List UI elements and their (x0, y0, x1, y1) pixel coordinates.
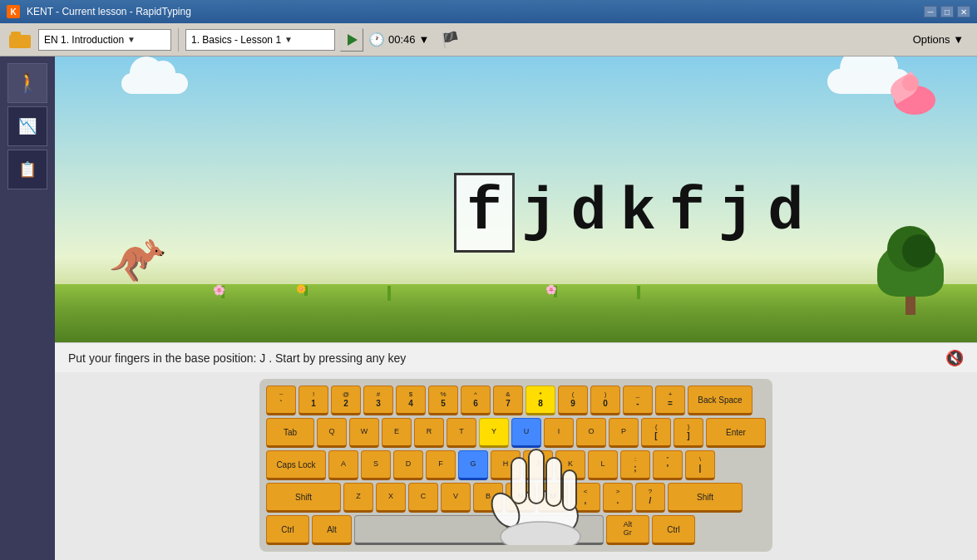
key-p[interactable]: P (609, 418, 639, 448)
titlebar-left: K KENT - Current lesson - RapidTyping (7, 5, 191, 18)
sidebar-copy-btn[interactable]: 📋 (7, 150, 47, 189)
key-b[interactable]: B (473, 483, 503, 513)
key-space[interactable] (354, 515, 604, 545)
key-e[interactable]: E (382, 418, 412, 448)
char-5: f (663, 179, 712, 247)
key-w[interactable]: W (349, 418, 379, 448)
keyboard-container: ~` !1 @2 #3 $4 %5 ^6 &7 *8 (9 )0 _- += B… (259, 379, 772, 552)
key-1[interactable]: !1 (299, 386, 328, 415)
current-char: f (454, 173, 515, 253)
key-row-asdf: Caps Lock A S D F G H J K L :; "' \| (266, 450, 766, 480)
sidebar-stats-btn[interactable]: 📉 (7, 106, 47, 146)
key-y[interactable]: Y (479, 418, 509, 448)
minimize-button[interactable]: ─ (924, 6, 937, 17)
timer-dropdown-arrow[interactable]: ▼ (419, 33, 430, 46)
key-j[interactable]: J (523, 450, 553, 480)
key-period[interactable]: >. (603, 483, 633, 513)
timer-area: 🕐 00:46 ▼ (368, 32, 429, 47)
key-6[interactable]: ^6 (461, 386, 491, 415)
close-button[interactable]: ✕ (957, 6, 970, 17)
key-lbracket[interactable]: {[ (641, 418, 671, 448)
folder-icon (7, 28, 33, 52)
key-9[interactable]: (9 (558, 386, 588, 415)
lesson-area: f j d k f j d 🌸 🌼 🌸 (55, 56, 977, 560)
lesson-dropdown-arrow: ▼ (127, 35, 136, 44)
key-equals[interactable]: += (655, 386, 685, 415)
key-altgr[interactable]: AltGr (606, 515, 649, 545)
options-arrow: ▼ (953, 33, 964, 46)
key-5[interactable]: %5 (428, 386, 458, 415)
key-3[interactable]: #3 (363, 386, 393, 415)
key-n[interactable]: N (506, 483, 535, 513)
key-backspace[interactable]: Back Space (688, 386, 752, 415)
options-button[interactable]: Options ▼ (906, 32, 970, 47)
key-quote[interactable]: "' (653, 450, 683, 480)
key-ctrl-right[interactable]: Ctrl (652, 515, 695, 545)
ground: 🌸 🌼 🌸 (55, 284, 977, 342)
sidebar-walking-btn[interactable]: 🚶 (7, 63, 47, 103)
key-capslock[interactable]: Caps Lock (266, 450, 326, 480)
toolbar-separator-1 (178, 28, 179, 52)
key-rbracket[interactable]: }] (674, 418, 703, 448)
key-f[interactable]: F (426, 450, 456, 480)
timer-value: 00:46 (388, 33, 416, 46)
key-a[interactable]: A (328, 450, 358, 480)
titlebar-controls[interactable]: ─ □ ✕ (924, 6, 970, 17)
key-z[interactable]: Z (343, 483, 373, 513)
key-7[interactable]: &7 (493, 386, 523, 415)
key-o[interactable]: O (576, 418, 606, 448)
key-slash[interactable]: ?/ (635, 483, 665, 513)
play-button[interactable] (340, 28, 363, 52)
key-tilde[interactable]: ~` (266, 386, 296, 415)
key-m[interactable]: M (538, 483, 568, 513)
window-title: KENT - Current lesson - RapidTyping (27, 6, 191, 17)
key-t[interactable]: T (447, 418, 476, 448)
key-q[interactable]: Q (317, 418, 347, 448)
key-minus[interactable]: _- (623, 386, 653, 415)
key-2[interactable]: @2 (331, 386, 361, 415)
key-h[interactable]: H (491, 450, 521, 480)
lesson-number-dropdown[interactable]: 1. Basics - Lesson 1 ▼ (185, 29, 335, 51)
key-s[interactable]: S (361, 450, 391, 480)
app-icon: K (7, 5, 20, 18)
lesson-dropdown[interactable]: EN 1. Introduction ▼ (38, 29, 171, 51)
lesson-number-label: 1. Basics - Lesson 1 (191, 34, 281, 46)
key-shift-left[interactable]: Shift (266, 483, 341, 513)
char-3: d (564, 179, 613, 247)
cloud-left (121, 73, 188, 94)
key-4[interactable]: $4 (396, 386, 426, 415)
key-v[interactable]: V (441, 483, 471, 513)
key-i[interactable]: I (544, 418, 574, 448)
key-d[interactable]: D (393, 450, 423, 480)
keyboard: ~` !1 @2 #3 $4 %5 ^6 &7 *8 (9 )0 _- += B… (259, 379, 772, 552)
key-row-zxcv: Shift Z X C V B N M <, >. ?/ Shift (266, 483, 766, 513)
key-comma[interactable]: <, (570, 483, 600, 513)
key-alt-left[interactable]: Alt (312, 515, 352, 545)
key-semicolon[interactable]: :; (620, 450, 650, 480)
key-k[interactable]: K (555, 450, 585, 480)
key-x[interactable]: X (376, 483, 406, 513)
instruction-bar: Put your fingers in the base position: J… (55, 342, 977, 372)
sidebar: 🚶 📉 📋 (0, 56, 55, 560)
toolbar: EN 1. Introduction ▼ 1. Basics - Lesson … (0, 23, 977, 56)
key-r[interactable]: R (414, 418, 444, 448)
speaker-icon[interactable]: 🔇 (945, 349, 964, 367)
key-u[interactable]: U (511, 418, 541, 448)
key-shift-right[interactable]: Shift (668, 483, 743, 513)
key-g[interactable]: G (458, 450, 488, 480)
key-ctrl-left[interactable]: Ctrl (266, 515, 309, 545)
key-enter[interactable]: Enter (706, 418, 766, 448)
key-backslash[interactable]: \| (685, 450, 715, 480)
key-8[interactable]: *8 (526, 386, 555, 415)
key-tab[interactable]: Tab (266, 418, 314, 448)
key-l[interactable]: L (588, 450, 618, 480)
key-0[interactable]: )0 (590, 386, 620, 415)
key-c[interactable]: C (408, 483, 438, 513)
clock-icon: 🕐 (368, 32, 385, 47)
char-4: k (614, 179, 663, 247)
maximize-button[interactable]: □ (940, 6, 954, 17)
key-row-qwerty: Tab Q W E R T Y U I O P {[ }] Enter (266, 418, 766, 448)
main-content: 🚶 📉 📋 f (0, 56, 977, 560)
copy-icon: 📋 (18, 160, 37, 179)
lesson-number-arrow: ▼ (284, 35, 293, 44)
